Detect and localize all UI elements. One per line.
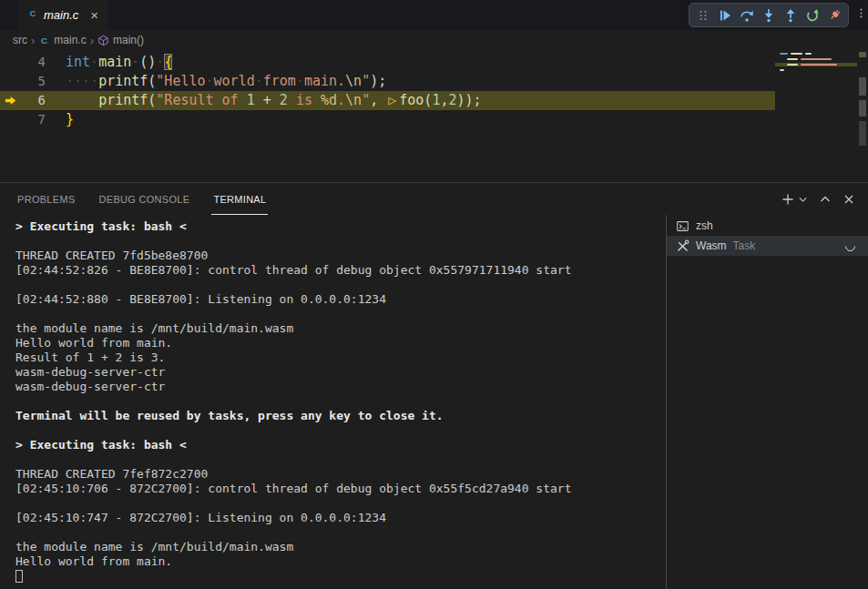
line-number: 7: [20, 110, 46, 129]
terminal-line: [15, 394, 666, 409]
panel-tab-problems[interactable]: PROBLEMS: [15, 183, 77, 215]
panel-body: > Executing task: bash < THREAD CREATED …: [0, 215, 868, 589]
loading-spinner-icon: [843, 239, 858, 253]
code-line-6[interactable]: 6····printf("Result·of·1·+·2·is·%d.\n", …: [0, 91, 775, 110]
line-number: 6: [20, 91, 46, 110]
terminal-line: wasm-debug-server-ctr: [15, 365, 666, 380]
terminal-line: [02:44:52:826 - BE8E8700]: control threa…: [15, 263, 666, 278]
code-text: int·main·()·{: [46, 53, 172, 72]
line-number: 4: [20, 53, 46, 72]
terminal-line: [15, 525, 666, 540]
glyph-margin-line-6[interactable]: [0, 91, 20, 110]
minimap-line: [780, 57, 853, 61]
terminal-line: THREAD CREATED 7fd5be8e8700: [15, 249, 666, 263]
terminal-line: [15, 278, 666, 292]
breadcrumb: src›Cmain.c›main(): [0, 30, 868, 50]
minimap-line-highlighted: [775, 63, 857, 66]
terminal-line: [15, 569, 666, 584]
code-text: ····printf("Hello·world·from·main.\n");: [46, 72, 386, 91]
terminal-line: Hello world from main.: [15, 336, 666, 350]
symbol-method-icon: [97, 35, 109, 46]
breadcrumb-item-mainc[interactable]: Cmain.c: [38, 34, 86, 46]
overview-ruler: [857, 50, 868, 183]
terminal-line: > Executing task: bash <: [15, 219, 666, 234]
terminal-line: Hello world from main.: [15, 554, 666, 569]
terminal-line: > Executing task: bash <: [15, 438, 666, 452]
debug-current-line-icon: [4, 94, 17, 107]
terminal-line: [02:45:10:706 - 872C2700]: control threa…: [15, 482, 666, 496]
line-number: 5: [20, 72, 46, 91]
debug-toolbar: [689, 3, 849, 27]
panel-tab-terminal[interactable]: TERMINAL: [211, 183, 268, 215]
terminal-output[interactable]: > Executing task: bash < THREAD CREATED …: [0, 215, 666, 589]
code-line-7[interactable]: 7}: [0, 110, 775, 129]
vscode-window: C main.c × src›Cmain.c›main() 4int·main·…: [0, 0, 868, 589]
panel-tab-debug-console[interactable]: DEBUG CONSOLE: [97, 183, 192, 215]
minimap[interactable]: [775, 50, 857, 183]
terminal-list-item-wasm[interactable]: WasmTask: [667, 236, 868, 256]
close-tab-icon[interactable]: ×: [90, 8, 98, 22]
c-file-icon: C: [27, 8, 38, 22]
tab-main-c[interactable]: C main.c ×: [18, 0, 107, 30]
terminal-icon: [676, 219, 689, 233]
debug-step-over-icon[interactable]: [736, 4, 758, 26]
terminal-line: [02:44:52:880 - BE8E8700]: Listening on …: [15, 292, 666, 307]
terminal-list: zshWasmTask: [666, 215, 868, 589]
panel-actions: [780, 191, 856, 207]
c-file-icon: C: [38, 35, 50, 46]
terminal-line: Terminal will be reused by tasks, press …: [15, 409, 666, 423]
gripper-icon[interactable]: [692, 4, 714, 26]
debug-step-out-icon[interactable]: [780, 4, 802, 26]
terminal-line: the module name is /mnt/build/main.wasm: [15, 321, 666, 336]
panel-tabs: PROBLEMSDEBUG CONSOLETERMINAL: [0, 183, 868, 215]
launch-profile-dropdown-icon[interactable]: [797, 191, 809, 207]
step-into-target-icon[interactable]: ▷: [388, 92, 396, 108]
code-editor[interactable]: 4int·main·()·{5····printf("Hello·world·f…: [0, 50, 868, 183]
terminal-line: [15, 423, 666, 438]
debug-disconnect-icon[interactable]: [823, 4, 845, 26]
editor-lines: 4int·main·()·{5····printf("Hello·world·f…: [0, 53, 775, 129]
terminal-item-meta: Task: [733, 239, 756, 252]
breadcrumb-item-src[interactable]: src: [13, 34, 27, 46]
minimap-line: [780, 68, 853, 72]
code-line-5[interactable]: 5····printf("Hello·world·from·main.\n");: [0, 72, 775, 91]
terminal-line: [15, 307, 666, 321]
terminal-list-item-zsh[interactable]: zsh: [667, 216, 868, 236]
glyph-margin-line-5[interactable]: [0, 72, 20, 91]
minimap-line: [780, 52, 853, 56]
terminal-item-label: Wasm: [696, 239, 727, 252]
debug-continue-icon[interactable]: [714, 4, 736, 26]
breadcrumb-separator: ›: [90, 34, 94, 47]
new-terminal-icon[interactable]: [780, 191, 795, 207]
terminal-line: wasm-debug-server-ctr: [15, 380, 666, 394]
editor-tab-bar: C main.c ×: [0, 0, 868, 30]
code-line-4[interactable]: 4int·main·()·{: [0, 53, 775, 72]
terminal-line: [15, 452, 666, 467]
terminal-line: [15, 496, 666, 511]
svg-text:C: C: [41, 36, 47, 46]
code-text: ····printf("Result·of·1·+·2·is·%d.\n", ▷…: [46, 91, 482, 110]
bottom-panel: PROBLEMSDEBUG CONSOLETERMINAL > Executin…: [0, 182, 868, 589]
glyph-margin-line-4[interactable]: [0, 53, 20, 72]
debug-restart-icon[interactable]: [802, 4, 823, 26]
terminal-item-label: zsh: [696, 219, 713, 232]
terminal-line: the module name is /mnt/build/main.wasm: [15, 540, 666, 554]
more-actions-icon[interactable]: [855, 7, 867, 20]
maximize-panel-icon[interactable]: [817, 191, 832, 207]
breadcrumb-separator: ›: [31, 34, 35, 47]
terminal-line: Result of 1 + 2 is 3.: [15, 350, 666, 365]
tab-label: main.c: [44, 8, 78, 22]
glyph-margin-line-7[interactable]: [0, 110, 20, 129]
terminal-line: [02:45:10:747 - 872C2700]: Listening on …: [15, 511, 666, 525]
tools-icon: [676, 239, 689, 253]
terminal-cursor: [15, 570, 23, 583]
terminal-line: [15, 234, 666, 249]
debug-step-into-icon[interactable]: [758, 4, 780, 26]
close-panel-icon[interactable]: [841, 191, 856, 207]
terminal-line: THREAD CREATED 7fef872c2700: [15, 467, 666, 482]
panel-header: PROBLEMSDEBUG CONSOLETERMINAL: [0, 183, 868, 215]
code-text: }: [46, 110, 74, 129]
breadcrumb-item-main[interactable]: main(): [97, 34, 144, 46]
svg-text:C: C: [30, 9, 36, 18]
